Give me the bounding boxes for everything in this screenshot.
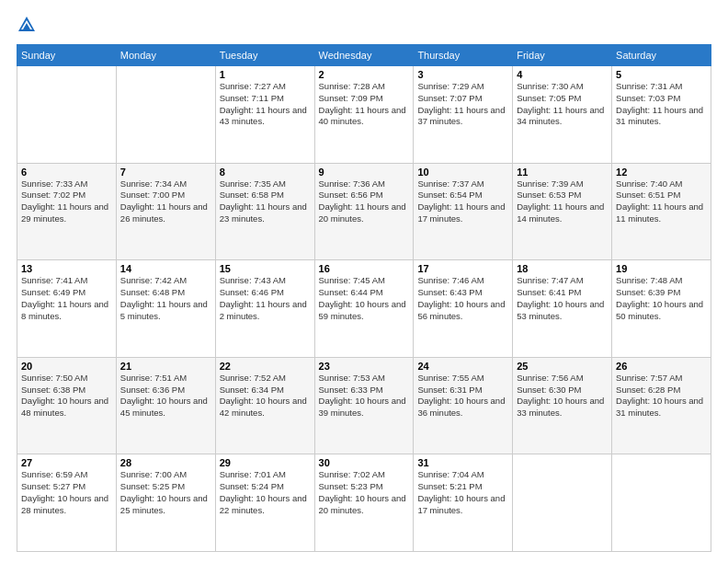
day-number: 26 bbox=[616, 361, 707, 372]
calendar-cell: 22Sunrise: 7:52 AMSunset: 6:34 PMDayligh… bbox=[215, 357, 314, 454]
dow-header: Sunday bbox=[17, 45, 117, 66]
day-info: Sunrise: 7:31 AMSunset: 7:03 PMDaylight:… bbox=[616, 81, 707, 128]
day-number: 18 bbox=[517, 263, 608, 274]
calendar-cell: 18Sunrise: 7:47 AMSunset: 6:41 PMDayligh… bbox=[513, 260, 612, 358]
calendar-cell: 12Sunrise: 7:40 AMSunset: 6:51 PMDayligh… bbox=[612, 163, 711, 260]
day-info: Sunrise: 7:48 AMSunset: 6:39 PMDaylight:… bbox=[616, 275, 707, 322]
day-info: Sunrise: 7:29 AMSunset: 7:07 PMDaylight:… bbox=[417, 81, 508, 128]
calendar-cell: 3Sunrise: 7:29 AMSunset: 7:07 PMDaylight… bbox=[414, 66, 513, 164]
calendar-cell bbox=[612, 454, 711, 552]
dow-header: Monday bbox=[116, 45, 215, 66]
calendar-cell: 24Sunrise: 7:55 AMSunset: 6:31 PMDayligh… bbox=[414, 357, 513, 454]
calendar-cell: 31Sunrise: 7:04 AMSunset: 5:21 PMDayligh… bbox=[414, 454, 513, 552]
day-info: Sunrise: 7:42 AMSunset: 6:48 PMDaylight:… bbox=[120, 275, 211, 322]
calendar-cell: 1Sunrise: 7:27 AMSunset: 7:11 PMDaylight… bbox=[215, 66, 314, 164]
day-number: 4 bbox=[517, 69, 608, 80]
calendar-week: 27Sunrise: 6:59 AMSunset: 5:27 PMDayligh… bbox=[17, 454, 711, 552]
day-number: 5 bbox=[616, 69, 707, 80]
calendar-cell: 11Sunrise: 7:39 AMSunset: 6:53 PMDayligh… bbox=[513, 163, 612, 260]
calendar-cell bbox=[116, 66, 215, 164]
calendar-cell: 6Sunrise: 7:33 AMSunset: 7:02 PMDaylight… bbox=[17, 163, 117, 260]
day-number: 28 bbox=[120, 457, 211, 468]
day-number: 6 bbox=[21, 167, 112, 178]
dow-header: Saturday bbox=[612, 45, 711, 66]
day-number: 25 bbox=[517, 361, 608, 372]
calendar-cell: 14Sunrise: 7:42 AMSunset: 6:48 PMDayligh… bbox=[116, 260, 215, 358]
day-info: Sunrise: 7:40 AMSunset: 6:51 PMDaylight:… bbox=[616, 178, 707, 225]
calendar-cell: 4Sunrise: 7:30 AMSunset: 7:05 PMDaylight… bbox=[513, 66, 612, 164]
calendar-week: 20Sunrise: 7:50 AMSunset: 6:38 PMDayligh… bbox=[17, 357, 711, 454]
calendar: SundayMondayTuesdayWednesdayThursdayFrid… bbox=[17, 44, 711, 552]
day-number: 1 bbox=[220, 69, 311, 80]
dow-header: Wednesday bbox=[314, 45, 414, 66]
calendar-cell: 19Sunrise: 7:48 AMSunset: 6:39 PMDayligh… bbox=[612, 260, 711, 358]
calendar-cell: 28Sunrise: 7:00 AMSunset: 5:25 PMDayligh… bbox=[116, 454, 215, 552]
day-info: Sunrise: 7:52 AMSunset: 6:34 PMDaylight:… bbox=[220, 373, 311, 419]
logo-icon bbox=[17, 15, 37, 35]
day-info: Sunrise: 7:27 AMSunset: 7:11 PMDaylight:… bbox=[220, 81, 311, 128]
day-info: Sunrise: 7:02 AMSunset: 5:23 PMDaylight:… bbox=[319, 469, 410, 516]
day-number: 29 bbox=[220, 457, 311, 468]
day-info: Sunrise: 7:35 AMSunset: 6:58 PMDaylight:… bbox=[220, 178, 311, 225]
day-number: 14 bbox=[120, 263, 211, 274]
day-info: Sunrise: 7:50 AMSunset: 6:38 PMDaylight:… bbox=[21, 373, 112, 419]
day-info: Sunrise: 6:59 AMSunset: 5:27 PMDaylight:… bbox=[21, 469, 112, 516]
day-number: 10 bbox=[417, 167, 508, 178]
day-info: Sunrise: 7:55 AMSunset: 6:31 PMDaylight:… bbox=[417, 373, 508, 419]
day-number: 16 bbox=[319, 263, 410, 274]
day-info: Sunrise: 7:41 AMSunset: 6:49 PMDaylight:… bbox=[21, 275, 112, 322]
day-number: 24 bbox=[417, 361, 508, 372]
days-of-week-row: SundayMondayTuesdayWednesdayThursdayFrid… bbox=[17, 45, 711, 66]
dow-header: Tuesday bbox=[215, 45, 314, 66]
day-info: Sunrise: 7:30 AMSunset: 7:05 PMDaylight:… bbox=[517, 81, 608, 128]
day-info: Sunrise: 7:37 AMSunset: 6:54 PMDaylight:… bbox=[417, 178, 508, 225]
day-info: Sunrise: 7:36 AMSunset: 6:56 PMDaylight:… bbox=[319, 178, 410, 225]
calendar-cell: 17Sunrise: 7:46 AMSunset: 6:43 PMDayligh… bbox=[414, 260, 513, 358]
day-info: Sunrise: 7:56 AMSunset: 6:30 PMDaylight:… bbox=[517, 373, 608, 419]
day-info: Sunrise: 7:46 AMSunset: 6:43 PMDaylight:… bbox=[417, 275, 508, 322]
dow-header: Thursday bbox=[414, 45, 513, 66]
day-number: 30 bbox=[319, 457, 410, 468]
day-info: Sunrise: 7:43 AMSunset: 6:46 PMDaylight:… bbox=[220, 275, 311, 322]
day-info: Sunrise: 7:47 AMSunset: 6:41 PMDaylight:… bbox=[517, 275, 608, 322]
day-info: Sunrise: 7:39 AMSunset: 6:53 PMDaylight:… bbox=[517, 178, 608, 225]
day-number: 7 bbox=[120, 167, 211, 178]
day-info: Sunrise: 7:45 AMSunset: 6:44 PMDaylight:… bbox=[319, 275, 410, 322]
day-number: 21 bbox=[120, 361, 211, 372]
calendar-cell: 2Sunrise: 7:28 AMSunset: 7:09 PMDaylight… bbox=[314, 66, 414, 164]
calendar-cell: 21Sunrise: 7:51 AMSunset: 6:36 PMDayligh… bbox=[116, 357, 215, 454]
day-number: 12 bbox=[616, 167, 707, 178]
day-info: Sunrise: 7:57 AMSunset: 6:28 PMDaylight:… bbox=[616, 373, 707, 419]
calendar-cell: 25Sunrise: 7:56 AMSunset: 6:30 PMDayligh… bbox=[513, 357, 612, 454]
day-number: 27 bbox=[21, 457, 112, 468]
day-info: Sunrise: 7:53 AMSunset: 6:33 PMDaylight:… bbox=[319, 373, 410, 419]
day-info: Sunrise: 7:34 AMSunset: 7:00 PMDaylight:… bbox=[120, 178, 211, 225]
calendar-week: 13Sunrise: 7:41 AMSunset: 6:49 PMDayligh… bbox=[17, 260, 711, 358]
calendar-cell: 27Sunrise: 6:59 AMSunset: 5:27 PMDayligh… bbox=[17, 454, 117, 552]
calendar-cell: 30Sunrise: 7:02 AMSunset: 5:23 PMDayligh… bbox=[314, 454, 414, 552]
day-number: 15 bbox=[220, 263, 311, 274]
day-info: Sunrise: 7:00 AMSunset: 5:25 PMDaylight:… bbox=[120, 469, 211, 516]
calendar-cell: 8Sunrise: 7:35 AMSunset: 6:58 PMDaylight… bbox=[215, 163, 314, 260]
calendar-cell: 15Sunrise: 7:43 AMSunset: 6:46 PMDayligh… bbox=[215, 260, 314, 358]
calendar-cell: 20Sunrise: 7:50 AMSunset: 6:38 PMDayligh… bbox=[17, 357, 117, 454]
day-number: 19 bbox=[616, 263, 707, 274]
day-number: 20 bbox=[21, 361, 112, 372]
calendar-cell: 16Sunrise: 7:45 AMSunset: 6:44 PMDayligh… bbox=[314, 260, 414, 358]
calendar-cell: 23Sunrise: 7:53 AMSunset: 6:33 PMDayligh… bbox=[314, 357, 414, 454]
day-info: Sunrise: 7:33 AMSunset: 7:02 PMDaylight:… bbox=[21, 178, 112, 225]
day-info: Sunrise: 7:51 AMSunset: 6:36 PMDaylight:… bbox=[120, 373, 211, 419]
calendar-week: 6Sunrise: 7:33 AMSunset: 7:02 PMDaylight… bbox=[17, 163, 711, 260]
page-header bbox=[17, 17, 711, 35]
day-info: Sunrise: 7:01 AMSunset: 5:24 PMDaylight:… bbox=[220, 469, 311, 516]
calendar-cell: 7Sunrise: 7:34 AMSunset: 7:00 PMDaylight… bbox=[116, 163, 215, 260]
calendar-cell: 10Sunrise: 7:37 AMSunset: 6:54 PMDayligh… bbox=[414, 163, 513, 260]
logo bbox=[17, 17, 39, 35]
day-info: Sunrise: 7:28 AMSunset: 7:09 PMDaylight:… bbox=[319, 81, 410, 128]
calendar-cell bbox=[17, 66, 117, 164]
day-number: 31 bbox=[417, 457, 508, 468]
calendar-cell: 13Sunrise: 7:41 AMSunset: 6:49 PMDayligh… bbox=[17, 260, 117, 358]
calendar-cell: 5Sunrise: 7:31 AMSunset: 7:03 PMDaylight… bbox=[612, 66, 711, 164]
calendar-cell: 29Sunrise: 7:01 AMSunset: 5:24 PMDayligh… bbox=[215, 454, 314, 552]
calendar-cell: 26Sunrise: 7:57 AMSunset: 6:28 PMDayligh… bbox=[612, 357, 711, 454]
